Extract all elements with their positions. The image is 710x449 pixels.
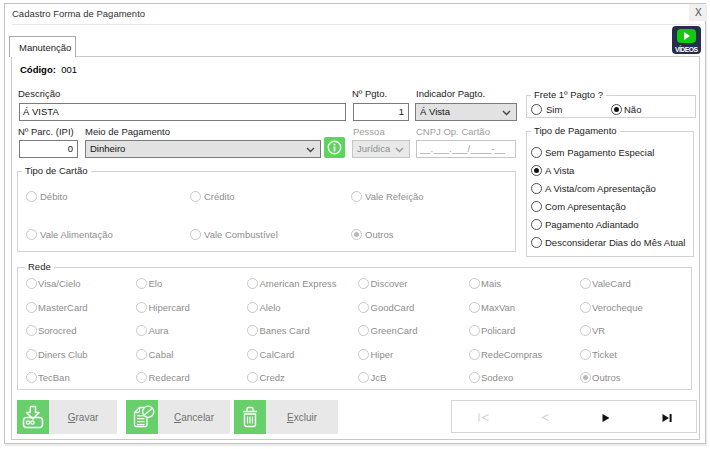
svg-text:VÍDEOS: VÍDEOS xyxy=(675,45,698,53)
